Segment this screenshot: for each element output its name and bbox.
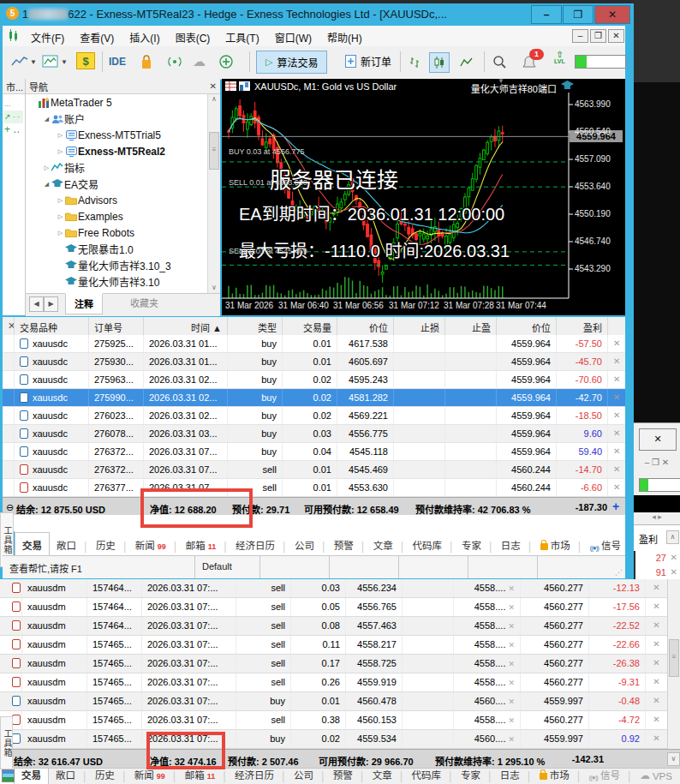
navigator-tab-comments[interactable]: 注释 — [65, 293, 103, 314]
position-row[interactable]: xauusdc275930...2026.03.31 01...buy0.014… — [3, 353, 625, 371]
close-position-icon[interactable]: ✕ — [646, 655, 667, 673]
expand-icon[interactable]: ▷ — [57, 197, 64, 204]
cloud-icon[interactable]: ☁ — [193, 52, 206, 71]
deposit-icon[interactable]: $ — [76, 52, 95, 69]
close-position-icon[interactable]: ✕ — [608, 407, 625, 424]
close-position-icon[interactable]: ✕ — [646, 617, 667, 635]
clear-tp-icon[interactable]: ✕ — [508, 660, 515, 668]
tab-敞口[interactable]: 敞口 — [49, 768, 82, 784]
navigator-close-icon[interactable]: ✕ — [210, 81, 217, 91]
notifications-icon[interactable]: 1 — [522, 52, 537, 71]
table-close-icon[interactable]: ✕ — [3, 317, 15, 335]
expand-icon[interactable]: + — [612, 500, 619, 513]
position-row[interactable]: xauusdm157464...2026.03.31 07:...sell0.0… — [0, 617, 667, 636]
menu-窗口(W)[interactable]: 窗口(W) — [267, 26, 319, 45]
close-position-icon[interactable]: ✕ — [646, 636, 667, 654]
menu-工具(T)[interactable]: 工具(T) — [218, 26, 266, 45]
close-position-icon[interactable]: ✕ — [646, 692, 667, 710]
menu-插入(I)[interactable]: 插入(I) — [122, 26, 167, 45]
close-position-icon[interactable]: ✕ — [608, 353, 625, 370]
tab-历史[interactable]: 历史 — [88, 768, 122, 784]
ide-button[interactable]: IDE — [109, 52, 126, 71]
navigator-item-指标[interactable]: ▷指标 — [26, 159, 208, 176]
tab-新闻[interactable]: 新闻99 — [128, 768, 172, 784]
close-position-icon[interactable]: ✕ — [671, 567, 677, 577]
column-header-交易品种[interactable]: 交易品种 — [15, 317, 89, 335]
bgwin-close-button[interactable]: ✕ — [639, 428, 677, 451]
clear-tp-icon[interactable]: ✕ — [508, 641, 515, 649]
close-position-icon[interactable]: ✕ — [671, 553, 677, 562]
column-header-交易量[interactable]: 交易量 — [283, 317, 337, 335]
scroll-down-icon[interactable]: ∨ — [667, 752, 680, 766]
chart-panel[interactable]: XAUUSDc, M1: Gold vs US Dollar 量化大师吉祥80端… — [222, 79, 625, 315]
menu-图表(C)[interactable]: 图表(C) — [168, 26, 218, 45]
position-row[interactable]: xauusdm157464...2026.03.31 07:...sell0.0… — [0, 579, 667, 598]
position-row[interactable]: xauusdm157465...2026.03.31 07:...sell0.1… — [0, 636, 667, 655]
tab-信号[interactable]: ((●))信号 — [583, 534, 625, 555]
bgwin-partial-row[interactable]: 91 ✕ — [635, 565, 680, 580]
close-position-icon[interactable]: ✕ — [646, 730, 667, 748]
bgwin-partial-row[interactable]: 27 ✕ — [635, 550, 680, 566]
column-header-止损[interactable]: 止损 — [394, 317, 445, 335]
search-icon[interactable] — [492, 52, 507, 71]
mdi-close-button[interactable]: ✕ — [608, 29, 624, 43]
close-position-icon[interactable]: ✕ — [608, 425, 625, 442]
menu-帮助(H)[interactable]: 帮助(H) — [319, 26, 370, 45]
scrollbar-thumb[interactable]: ≡ — [669, 639, 679, 677]
minimize-button[interactable]: – — [531, 5, 562, 24]
position-row[interactable]: xauusdc276372...2026.03.31 07...buy0.044… — [3, 443, 625, 461]
candle-chart-mode-icon[interactable] — [429, 52, 450, 73]
position-row[interactable]: xauusdm157465...2026.03.31 07:...sell0.1… — [0, 655, 667, 673]
position-row[interactable]: xauusdc275990...2026.03.31 02...buy0.024… — [3, 389, 625, 407]
maximize-button[interactable]: ❐ — [563, 5, 594, 24]
close-position-icon[interactable]: ✕ — [608, 389, 625, 406]
navigator-item-Advisors[interactable]: ▷Advisors — [26, 192, 208, 208]
expand-icon[interactable]: ▷ — [57, 213, 64, 220]
close-position-icon[interactable]: ✕ — [608, 443, 625, 460]
column-header-订单号[interactable]: 订单号 — [89, 317, 144, 335]
clear-tp-icon[interactable]: ✕ — [508, 603, 515, 612]
add-signal-icon[interactable] — [218, 52, 234, 71]
navigator-item-Exness-MT5Trial5[interactable]: ▷Exness-MT5Trial5 — [26, 127, 208, 143]
tab-交易[interactable]: 交易 — [14, 768, 49, 784]
expand-icon[interactable]: ▷ — [57, 230, 64, 236]
menu-查看(V)[interactable]: 查看(V) — [72, 26, 122, 45]
navigator-item-账户[interactable]: ◢账户 — [26, 111, 208, 127]
scroll-up-icon[interactable]: ∧ — [209, 94, 219, 105]
tab-邮箱[interactable]: 邮箱11 — [178, 768, 223, 784]
positions-table-header[interactable]: ✕交易品种订单号时间 ▲类型交易量价位止损止盈价位盈利 — [3, 317, 625, 336]
bgwin-scroll-up-icon[interactable]: ∧ — [666, 530, 679, 544]
navigator-item-Exness-MT5Real2[interactable]: ▷Exness-MT5Real2 — [26, 143, 208, 159]
lvl-indicator[interactable]: ⇧LVL — [554, 51, 565, 70]
add-symbol-icon[interactable]: + ‥ — [4, 123, 23, 136]
tab-信号[interactable]: ((●))信号 — [582, 768, 628, 784]
clear-tp-icon[interactable]: ✕ — [508, 697, 515, 706]
close-position-icon[interactable]: ✕ — [646, 673, 667, 691]
tab-邮箱[interactable]: 邮箱11 — [179, 534, 224, 555]
tab-文章[interactable]: 文章 — [367, 534, 400, 555]
column-header-盈利[interactable]: 盈利 — [557, 317, 608, 335]
navigator-scrollbar[interactable]: ∧ ≡ ∨ — [207, 94, 220, 293]
close-position-icon[interactable]: ✕ — [646, 711, 667, 729]
position-row[interactable]: xauusdm157465...2026.03.31 07:...sell0.3… — [0, 711, 667, 730]
tab-文章[interactable]: 文章 — [366, 768, 399, 784]
tab-代码库[interactable]: 代码库 — [405, 768, 449, 784]
close-button[interactable]: ✕ — [594, 5, 630, 24]
menu-文件(F)[interactable]: 文件(F) — [23, 26, 72, 45]
market-up-arrow-icon[interactable]: ↗ ∙ ∙ — [4, 111, 23, 123]
tab-预警[interactable]: 预警 — [327, 534, 361, 555]
close-position-icon[interactable]: ✕ — [608, 371, 625, 388]
scrollbar-thumb[interactable]: ≡ — [209, 132, 219, 170]
resize-grip[interactable]: ⋰ — [615, 568, 623, 577]
collapse-icon[interactable]: ◢ — [43, 116, 51, 123]
position-row[interactable]: xauusdc275963...2026.03.31 02...buy0.024… — [3, 371, 625, 389]
bgwin-table-scrollbar[interactable]: ≡ — [667, 579, 680, 749]
navigator-header[interactable]: 导航 ✕ — [26, 79, 220, 94]
clear-tp-icon[interactable]: ✕ — [508, 735, 515, 744]
title-bar[interactable]: 5 1622 - Exness-MT5Real23 - Hedge - Exne… — [0, 3, 634, 26]
status-profile[interactable]: Default — [195, 556, 260, 578]
navigator-item-EA交易[interactable]: ◢EA交易 — [26, 176, 208, 192]
expand-icon[interactable]: ▷ — [57, 132, 64, 139]
clear-tp-icon[interactable]: ✕ — [508, 584, 515, 593]
scroll-down-icon[interactable]: ∨ — [209, 283, 219, 293]
